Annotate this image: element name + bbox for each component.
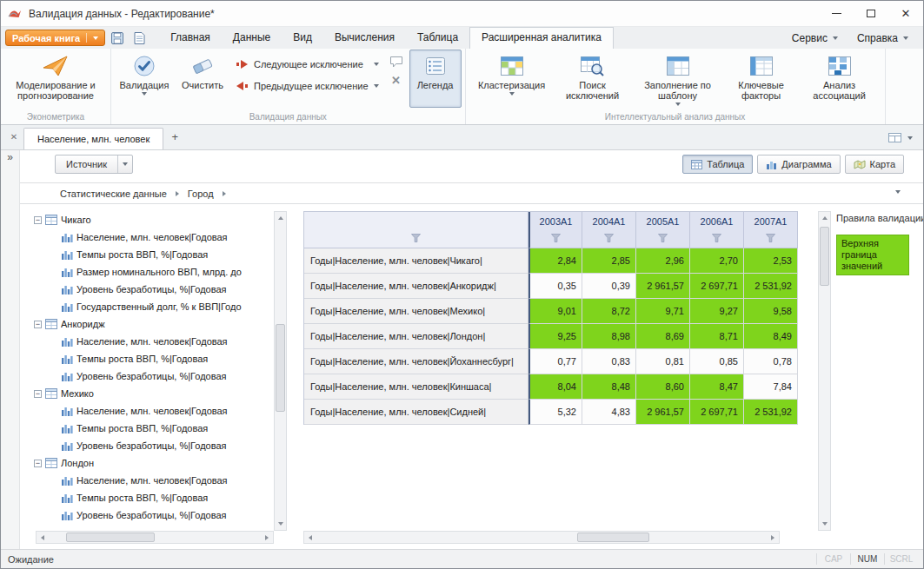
tree-node-indicator[interactable]: Уровень безработицы, %|Годовая: [22, 506, 273, 524]
grid-vertical-scrollbar[interactable]: [818, 211, 831, 531]
grid-cell[interactable]: 0,35: [528, 274, 582, 299]
grid-cell-highlighted[interactable]: 8,60: [636, 374, 690, 400]
grid-cell-highlighted[interactable]: 2 961,57: [636, 274, 690, 299]
scroll-right-icon[interactable]: [261, 532, 273, 543]
grid-cell[interactable]: 4,83: [582, 400, 636, 425]
tree-node-indicator[interactable]: Население, млн. человек|Годовая: [22, 402, 273, 420]
grid-cell-highlighted[interactable]: 2 531,92: [744, 400, 798, 425]
quick-access-preview-button[interactable]: [130, 30, 149, 47]
ribbon-tab[interactable]: Расширенная аналитика: [469, 27, 614, 49]
tree-node-indicator[interactable]: Темпы роста ВВП, %|Годовая: [22, 246, 273, 263]
grid-cell-highlighted[interactable]: 2,96: [636, 248, 690, 274]
tree-node-indicator[interactable]: Темпы роста ВВП, %|Годовая: [22, 350, 273, 367]
exception-search-button[interactable]: Поиск исключений: [556, 50, 629, 108]
grid-cell[interactable]: 7,84: [744, 374, 798, 400]
view-map-button[interactable]: Карта: [845, 155, 904, 174]
breadcrumb-dropdown-icon[interactable]: [895, 190, 901, 194]
tree-node-indicator[interactable]: Государственный долг, % к ВВП|Годо: [22, 298, 273, 315]
close-document-button[interactable]: ✕: [7, 129, 21, 143]
grid-cell[interactable]: 0,77: [528, 349, 582, 374]
quick-access-save-button[interactable]: [108, 30, 127, 47]
breadcrumb-item-city[interactable]: Город: [188, 189, 214, 199]
fill-by-template-button[interactable]: Заполнение по шаблону: [636, 50, 720, 108]
comment-bubble-button[interactable]: [389, 56, 403, 68]
grid-cell-highlighted[interactable]: 9,58: [744, 299, 798, 324]
grid-cell[interactable]: 0,81: [636, 349, 690, 374]
legend-button[interactable]: Легенда: [409, 50, 462, 108]
grid-row-header[interactable]: Годы|Население, млн. человек|Сидней|: [304, 400, 528, 425]
grid-cell-highlighted[interactable]: 2,84: [528, 248, 582, 274]
validation-rule[interactable]: Верхняя граница значений: [836, 235, 909, 275]
chevron-down-icon[interactable]: [117, 155, 132, 173]
grid-column-header[interactable]: 2004A1: [582, 212, 636, 248]
tree-vertical-scrollbar[interactable]: [274, 211, 287, 531]
source-button[interactable]: Источник: [55, 155, 133, 174]
association-analysis-button[interactable]: Анализ ассоциаций: [803, 50, 876, 108]
grid-cell[interactable]: 0,78: [744, 349, 798, 374]
tree-node-indicator[interactable]: Темпы роста ВВП, %|Годовая: [22, 489, 273, 506]
grid-row-header[interactable]: Годы|Население, млн. человек|Чикаго|: [304, 248, 528, 274]
scroll-up-icon[interactable]: [275, 212, 286, 224]
tree-node-city[interactable]: −Лондон: [22, 454, 273, 472]
grid-cell-highlighted[interactable]: 2 697,71: [690, 400, 744, 425]
grid-cell-highlighted[interactable]: 2 961,57: [636, 400, 690, 425]
grid-cell-highlighted[interactable]: 2 697,71: [690, 274, 744, 299]
prev-exception-button[interactable]: Предыдущее исключение: [231, 76, 383, 95]
grid-cell-highlighted[interactable]: 2 531,92: [744, 274, 798, 299]
filter-icon[interactable]: [712, 234, 721, 244]
tree-node-indicator[interactable]: Уровень безработицы, %|Годовая: [22, 281, 273, 298]
grid-cell-highlighted[interactable]: 2,70: [690, 248, 744, 274]
grid-cell-highlighted[interactable]: 9,27: [690, 299, 744, 324]
minimize-button[interactable]: [819, 1, 854, 26]
tree-node-indicator[interactable]: Темпы роста ВВП, %|Годовая: [22, 420, 273, 437]
grid-cell-highlighted[interactable]: 8,69: [636, 324, 690, 349]
next-exception-button[interactable]: Следующее исключение: [231, 55, 383, 73]
grid-cell-highlighted[interactable]: 8,98: [582, 324, 636, 349]
view-table-button[interactable]: Таблица: [682, 155, 753, 174]
grid-cell-highlighted[interactable]: 9,71: [636, 299, 690, 324]
scroll-down-icon[interactable]: [819, 518, 830, 530]
grid-column-header[interactable]: 2007A1: [744, 212, 798, 248]
filter-icon[interactable]: [658, 234, 668, 244]
grid-column-header[interactable]: 2006A1: [690, 212, 744, 248]
tree-node-indicator[interactable]: Уровень безработицы, %|Годовая: [22, 367, 273, 385]
grid-column-header[interactable]: 2005A1: [636, 212, 690, 248]
tree-node-indicator[interactable]: Население, млн. человек|Годовая: [22, 228, 273, 246]
tree-node-city[interactable]: −Мехико: [22, 385, 273, 402]
maximize-button[interactable]: [854, 1, 888, 26]
filter-icon[interactable]: [766, 234, 775, 244]
tree-node-city[interactable]: −Анкоридж: [22, 315, 273, 333]
document-tab-active[interactable]: Население, млн. человек: [23, 128, 163, 149]
grid-cell[interactable]: 5,32: [528, 400, 582, 425]
grid-horizontal-scrollbar[interactable]: [303, 531, 780, 544]
grid-cell-highlighted[interactable]: 9,25: [528, 324, 582, 349]
breadcrumb-item-statistics[interactable]: Статистические данные: [60, 189, 167, 199]
grid-cell[interactable]: 0,83: [582, 349, 636, 374]
grid-corner-header[interactable]: [304, 212, 528, 248]
filter-icon[interactable]: [551, 234, 561, 244]
grid-cell-highlighted[interactable]: 8,04: [528, 374, 582, 400]
view-layout-button[interactable]: [888, 133, 913, 142]
grid-cell-highlighted[interactable]: 2,53: [744, 248, 798, 274]
tree-node-indicator[interactable]: Размер номинального ВВП, млрд. до: [22, 263, 273, 281]
close-button[interactable]: ✕: [888, 1, 923, 26]
collapse-expander-icon[interactable]: −: [34, 460, 42, 467]
grid-row-header[interactable]: Годы|Население, млн. человек|Анкоридж|: [304, 274, 528, 299]
tree-horizontal-scrollbar[interactable]: [36, 531, 274, 544]
tree-node-indicator[interactable]: Уровень безработицы, %|Годовая: [22, 437, 273, 454]
grid-row-header[interactable]: Годы|Население, млн. человек|Йоханнесбур…: [304, 349, 528, 374]
filter-icon[interactable]: [411, 234, 421, 244]
filter-icon[interactable]: [604, 234, 614, 244]
key-factors-button[interactable]: Ключевые факторы: [727, 50, 796, 108]
grid-column-header[interactable]: 2003A1: [528, 212, 582, 248]
new-tab-button[interactable]: +: [166, 129, 183, 145]
view-chart-button[interactable]: Диаграмма: [757, 155, 840, 174]
ribbon-tab[interactable]: Вычисления: [323, 27, 406, 49]
grid-cell[interactable]: 0,85: [690, 349, 744, 374]
collapse-expander-icon[interactable]: −: [34, 216, 42, 224]
menu-service[interactable]: Сервис: [782, 32, 848, 44]
scroll-left-icon[interactable]: [304, 532, 316, 543]
grid-cell-highlighted[interactable]: 2,85: [582, 248, 636, 274]
grid-row-header[interactable]: Годы|Население, млн. человек|Киншаса|: [304, 374, 528, 400]
remove-rule-button[interactable]: ✕: [391, 76, 401, 86]
